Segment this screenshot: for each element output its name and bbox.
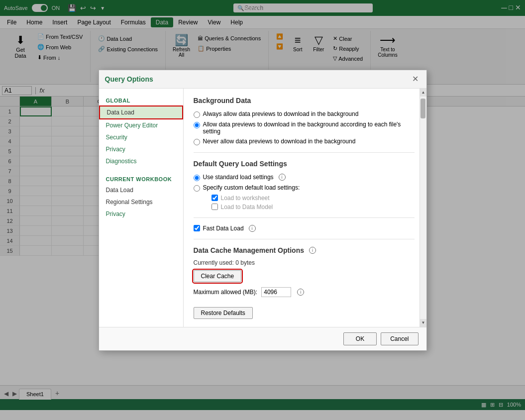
default-query-title: Default Query Load Settings [194, 160, 415, 168]
radio-per-file-label: Allow data previews to download in the b… [203, 121, 415, 135]
sidebar-item-data-load-workbook[interactable]: Data Load [99, 184, 183, 196]
load-to-data-model-checkbox[interactable] [211, 204, 218, 210]
divider-1 [194, 152, 415, 153]
radio-always-label: Always allow data previews to download i… [203, 110, 359, 117]
sidebar-item-diagnostics[interactable]: Diagnostics [99, 155, 183, 167]
fast-data-load-label: Fast Data Load [203, 225, 244, 232]
data-cache-title: Data Cache Management Options [194, 246, 305, 254]
ok-button[interactable]: OK [343, 332, 377, 345]
radio-use-standard-input[interactable] [194, 175, 200, 181]
dialog-title-bar: Query Options ✕ [99, 70, 426, 89]
load-to-worksheet-item: Load to worksheet [211, 195, 415, 202]
currently-used: Currently used: 0 bytes [194, 259, 415, 266]
current-workbook-label: CURRENT WORKBOOK [99, 173, 183, 184]
sidebar-item-security[interactable]: Security [99, 131, 183, 143]
max-allowed-input[interactable] [261, 287, 291, 297]
fast-data-load-info-icon[interactable]: i [249, 225, 256, 232]
radio-always-input[interactable] [194, 111, 200, 118]
radio-per-file: Allow data previews to download in the b… [194, 121, 415, 135]
restore-defaults-button[interactable]: Restore Defaults [194, 307, 253, 319]
use-standard-label: Use standard load settings [203, 174, 274, 181]
scroll-down-button[interactable]: ▼ [420, 319, 426, 327]
sidebar-item-privacy-workbook[interactable]: Privacy [99, 208, 183, 220]
max-allowed-row: Maximum allowed (MB): i [194, 287, 415, 297]
sidebar-item-power-query[interactable]: Power Query Editor [99, 119, 183, 131]
global-section-label: GLOBAL [99, 95, 183, 105]
clear-cache-button[interactable]: Clear Cache [194, 270, 242, 282]
fast-data-load-item: Fast Data Load i [194, 225, 415, 232]
query-options-dialog: Query Options ✕ GLOBAL Data Load Power Q… [99, 70, 427, 351]
scroll-thumb [420, 99, 425, 118]
radio-use-standard: Use standard load settings i [194, 174, 415, 181]
dialog-sidebar: GLOBAL Data Load Power Query Editor Secu… [99, 89, 184, 327]
radio-always: Always allow data previews to download i… [194, 110, 415, 118]
data-cache-title-row: Data Cache Management Options i [194, 246, 415, 254]
divider-2 [194, 217, 415, 218]
background-data-radios: Always allow data previews to download i… [194, 110, 415, 145]
divider-3 [194, 239, 415, 239]
dialog-overlay: Query Options ✕ GLOBAL Data Load Power Q… [0, 0, 525, 410]
dialog-scrollbar: ▲ ▼ [420, 89, 426, 327]
sidebar-item-privacy-global[interactable]: Privacy [99, 143, 183, 155]
max-allowed-info-icon[interactable]: i [297, 289, 304, 296]
radio-never: Never allow data previews to download in… [194, 138, 415, 145]
dialog-title: Query Options [105, 75, 153, 83]
load-to-data-model-label: Load to Data Model [221, 204, 273, 210]
sidebar-item-regional-settings[interactable]: Regional Settings [99, 196, 183, 208]
cache-section: Currently used: 0 bytes Clear Cache Maxi… [194, 259, 415, 297]
load-to-worksheet-checkbox[interactable] [211, 195, 218, 201]
cancel-button[interactable]: Cancel [381, 332, 418, 345]
background-data-title: Background Data [194, 97, 415, 105]
scroll-track [420, 97, 426, 319]
scroll-up-button[interactable]: ▲ [420, 89, 426, 97]
use-standard-info-icon[interactable]: i [279, 174, 286, 181]
sidebar-item-data-load-global[interactable]: Data Load [99, 105, 183, 119]
data-cache-info-icon[interactable]: i [309, 247, 316, 254]
radio-specify-custom: Specify custom default load settings: [194, 184, 415, 192]
dialog-close-button[interactable]: ✕ [411, 74, 420, 84]
load-to-worksheet-label: Load to worksheet [221, 195, 270, 202]
radio-never-input[interactable] [194, 139, 200, 145]
dialog-body: GLOBAL Data Load Power Query Editor Secu… [99, 89, 426, 327]
dialog-content: Background Data Always allow data previe… [184, 89, 426, 327]
radio-never-label: Never allow data previews to download in… [203, 138, 356, 145]
fast-data-load-checkbox[interactable] [194, 225, 200, 231]
radio-specify-custom-input[interactable] [194, 185, 200, 192]
max-allowed-label: Maximum allowed (MB): [194, 289, 258, 296]
load-to-data-model-item: Load to Data Model [211, 204, 415, 210]
specify-custom-label: Specify custom default load settings: [203, 184, 300, 191]
dialog-footer: OK Cancel [99, 327, 426, 350]
radio-per-file-input[interactable] [194, 122, 200, 128]
